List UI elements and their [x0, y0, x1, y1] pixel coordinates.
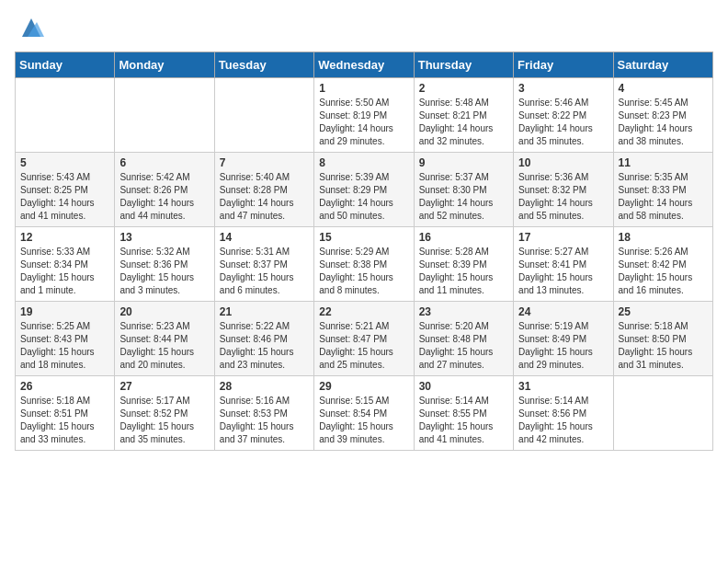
day-number: 24 [518, 305, 608, 318]
calendar-week-row: 19Sunrise: 5:25 AM Sunset: 8:43 PM Dayli… [16, 302, 713, 376]
calendar-header-thursday: Thursday [414, 52, 513, 78]
page-header [15, 15, 713, 40]
calendar-day-2: 2Sunrise: 5:48 AM Sunset: 8:21 PM Daylig… [414, 78, 513, 153]
day-info: Sunrise: 5:43 AM Sunset: 8:25 PM Dayligh… [20, 171, 109, 223]
calendar-week-row: 12Sunrise: 5:33 AM Sunset: 8:34 PM Dayli… [16, 227, 713, 302]
calendar-day-17: 17Sunrise: 5:27 AM Sunset: 8:41 PM Dayli… [514, 227, 613, 302]
day-number: 26 [20, 380, 109, 393]
calendar-header-sunday: Sunday [16, 52, 115, 78]
day-number: 2 [419, 82, 508, 95]
day-info: Sunrise: 5:35 AM Sunset: 8:33 PM Dayligh… [619, 171, 708, 223]
calendar-header-wednesday: Wednesday [314, 52, 414, 78]
day-number: 17 [518, 231, 608, 244]
calendar-day-21: 21Sunrise: 5:22 AM Sunset: 8:46 PM Dayli… [214, 302, 313, 376]
day-number: 10 [518, 156, 608, 169]
calendar-header-row: SundayMondayTuesdayWednesdayThursdayFrid… [16, 52, 713, 78]
calendar-day-15: 15Sunrise: 5:29 AM Sunset: 8:38 PM Dayli… [314, 227, 414, 302]
calendar-header-friday: Friday [514, 52, 613, 78]
day-info: Sunrise: 5:50 AM Sunset: 8:19 PM Dayligh… [319, 97, 408, 148]
day-number: 31 [518, 380, 608, 393]
calendar-day-19: 19Sunrise: 5:25 AM Sunset: 8:43 PM Dayli… [16, 302, 115, 376]
day-number: 4 [619, 82, 708, 95]
calendar-day-16: 16Sunrise: 5:28 AM Sunset: 8:39 PM Dayli… [414, 227, 513, 302]
day-info: Sunrise: 5:45 AM Sunset: 8:23 PM Dayligh… [619, 97, 708, 148]
calendar-day-30: 30Sunrise: 5:14 AM Sunset: 8:55 PM Dayli… [414, 376, 513, 451]
calendar-day-14: 14Sunrise: 5:31 AM Sunset: 8:37 PM Dayli… [214, 227, 313, 302]
day-info: Sunrise: 5:40 AM Sunset: 8:28 PM Dayligh… [220, 171, 309, 223]
day-info: Sunrise: 5:19 AM Sunset: 8:49 PM Dayligh… [518, 320, 608, 372]
calendar-day-3: 3Sunrise: 5:46 AM Sunset: 8:22 PM Daylig… [514, 78, 613, 153]
day-info: Sunrise: 5:21 AM Sunset: 8:47 PM Dayligh… [319, 320, 408, 372]
day-number: 7 [220, 156, 309, 169]
day-info: Sunrise: 5:26 AM Sunset: 8:42 PM Dayligh… [619, 246, 708, 297]
day-number: 5 [20, 156, 109, 169]
day-info: Sunrise: 5:17 AM Sunset: 8:52 PM Dayligh… [119, 395, 209, 446]
logo [15, 15, 44, 40]
day-info: Sunrise: 5:23 AM Sunset: 8:44 PM Dayligh… [119, 320, 209, 372]
calendar-day-23: 23Sunrise: 5:20 AM Sunset: 8:48 PM Dayli… [414, 302, 513, 376]
logo-icon [18, 15, 44, 40]
day-number: 11 [619, 156, 708, 169]
calendar-header-saturday: Saturday [613, 52, 712, 78]
day-number: 21 [220, 305, 309, 318]
calendar-day-10: 10Sunrise: 5:36 AM Sunset: 8:32 PM Dayli… [514, 153, 613, 227]
day-number: 6 [119, 156, 209, 169]
day-info: Sunrise: 5:36 AM Sunset: 8:32 PM Dayligh… [518, 171, 608, 223]
day-info: Sunrise: 5:25 AM Sunset: 8:43 PM Dayligh… [20, 320, 109, 372]
calendar-empty-cell [613, 376, 712, 451]
day-info: Sunrise: 5:32 AM Sunset: 8:36 PM Dayligh… [119, 246, 209, 297]
calendar-empty-cell [16, 78, 115, 153]
calendar-day-26: 26Sunrise: 5:18 AM Sunset: 8:51 PM Dayli… [16, 376, 115, 451]
calendar-empty-cell [115, 78, 214, 153]
day-info: Sunrise: 5:20 AM Sunset: 8:48 PM Dayligh… [419, 320, 508, 372]
day-number: 19 [20, 305, 109, 318]
calendar-day-28: 28Sunrise: 5:16 AM Sunset: 8:53 PM Dayli… [214, 376, 313, 451]
day-number: 23 [419, 305, 508, 318]
day-info: Sunrise: 5:29 AM Sunset: 8:38 PM Dayligh… [319, 246, 408, 297]
day-info: Sunrise: 5:37 AM Sunset: 8:30 PM Dayligh… [419, 171, 508, 223]
day-number: 13 [119, 231, 209, 244]
day-info: Sunrise: 5:31 AM Sunset: 8:37 PM Dayligh… [220, 246, 309, 297]
day-number: 30 [419, 380, 508, 393]
calendar-day-24: 24Sunrise: 5:19 AM Sunset: 8:49 PM Dayli… [514, 302, 613, 376]
calendar-header-tuesday: Tuesday [214, 52, 313, 78]
calendar-empty-cell [214, 78, 313, 153]
calendar-day-22: 22Sunrise: 5:21 AM Sunset: 8:47 PM Dayli… [314, 302, 414, 376]
day-number: 1 [319, 82, 408, 95]
calendar-day-8: 8Sunrise: 5:39 AM Sunset: 8:29 PM Daylig… [314, 153, 414, 227]
day-info: Sunrise: 5:18 AM Sunset: 8:51 PM Dayligh… [20, 395, 109, 446]
day-number: 22 [319, 305, 408, 318]
day-number: 18 [619, 231, 708, 244]
calendar-day-11: 11Sunrise: 5:35 AM Sunset: 8:33 PM Dayli… [613, 153, 712, 227]
day-info: Sunrise: 5:28 AM Sunset: 8:39 PM Dayligh… [419, 246, 508, 297]
day-number: 16 [419, 231, 508, 244]
day-number: 28 [220, 380, 309, 393]
day-info: Sunrise: 5:18 AM Sunset: 8:50 PM Dayligh… [619, 320, 708, 372]
calendar-day-18: 18Sunrise: 5:26 AM Sunset: 8:42 PM Dayli… [613, 227, 712, 302]
day-number: 29 [319, 380, 408, 393]
day-info: Sunrise: 5:15 AM Sunset: 8:54 PM Dayligh… [319, 395, 408, 446]
day-info: Sunrise: 5:16 AM Sunset: 8:53 PM Dayligh… [220, 395, 309, 446]
day-info: Sunrise: 5:42 AM Sunset: 8:26 PM Dayligh… [119, 171, 209, 223]
calendar-header-monday: Monday [115, 52, 214, 78]
calendar-day-6: 6Sunrise: 5:42 AM Sunset: 8:26 PM Daylig… [115, 153, 214, 227]
day-info: Sunrise: 5:46 AM Sunset: 8:22 PM Dayligh… [518, 97, 608, 148]
calendar-day-7: 7Sunrise: 5:40 AM Sunset: 8:28 PM Daylig… [214, 153, 313, 227]
day-number: 25 [619, 305, 708, 318]
calendar-day-13: 13Sunrise: 5:32 AM Sunset: 8:36 PM Dayli… [115, 227, 214, 302]
calendar-day-27: 27Sunrise: 5:17 AM Sunset: 8:52 PM Dayli… [115, 376, 214, 451]
calendar-day-4: 4Sunrise: 5:45 AM Sunset: 8:23 PM Daylig… [613, 78, 712, 153]
calendar-day-29: 29Sunrise: 5:15 AM Sunset: 8:54 PM Dayli… [314, 376, 414, 451]
day-info: Sunrise: 5:22 AM Sunset: 8:46 PM Dayligh… [220, 320, 309, 372]
calendar-day-20: 20Sunrise: 5:23 AM Sunset: 8:44 PM Dayli… [115, 302, 214, 376]
calendar-day-12: 12Sunrise: 5:33 AM Sunset: 8:34 PM Dayli… [16, 227, 115, 302]
calendar-day-1: 1Sunrise: 5:50 AM Sunset: 8:19 PM Daylig… [314, 78, 414, 153]
calendar-day-25: 25Sunrise: 5:18 AM Sunset: 8:50 PM Dayli… [613, 302, 712, 376]
calendar-week-row: 1Sunrise: 5:50 AM Sunset: 8:19 PM Daylig… [16, 78, 713, 153]
calendar-table: SundayMondayTuesdayWednesdayThursdayFrid… [15, 52, 713, 451]
calendar-day-31: 31Sunrise: 5:14 AM Sunset: 8:56 PM Dayli… [514, 376, 613, 451]
day-info: Sunrise: 5:27 AM Sunset: 8:41 PM Dayligh… [518, 246, 608, 297]
calendar-week-row: 26Sunrise: 5:18 AM Sunset: 8:51 PM Dayli… [16, 376, 713, 451]
day-number: 12 [20, 231, 109, 244]
day-info: Sunrise: 5:33 AM Sunset: 8:34 PM Dayligh… [20, 246, 109, 297]
